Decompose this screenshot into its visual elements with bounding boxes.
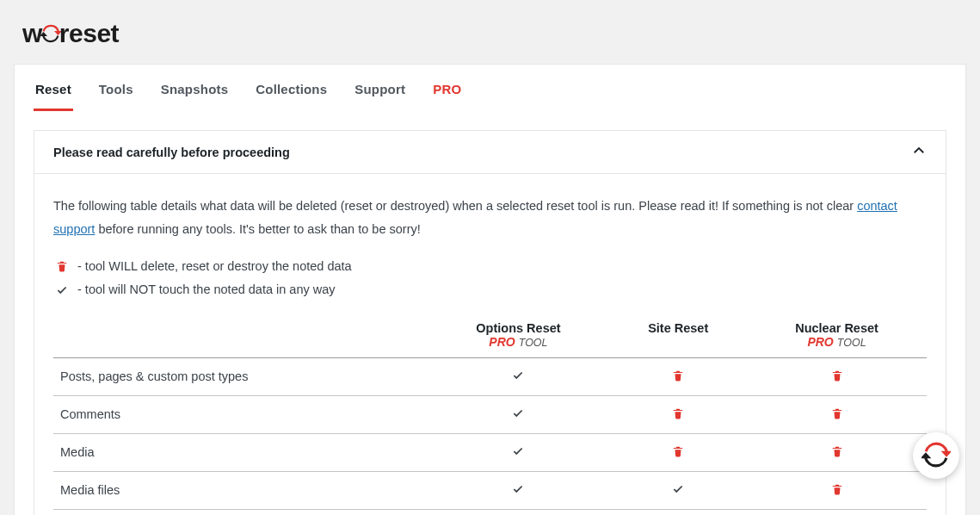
- legend-delete-text: - tool WILL delete, reset or destroy the…: [77, 255, 352, 279]
- row-label: Comments: [53, 395, 428, 433]
- trash-icon: [747, 471, 927, 509]
- tab-bar: ResetToolsSnapshotsCollectionsSupportPRO: [15, 65, 965, 111]
- column-header: Site Reset: [609, 311, 747, 358]
- check-icon: [428, 395, 610, 433]
- comparison-table: Options ResetPRO TOOLSite ResetNuclear R…: [53, 311, 927, 510]
- tab-snapshots[interactable]: Snapshots: [159, 71, 230, 111]
- tab-reset[interactable]: Reset: [34, 71, 73, 111]
- table-row: Media: [53, 433, 927, 471]
- column-header-feature: [53, 311, 428, 358]
- trash-icon: [747, 357, 927, 395]
- check-icon: [428, 433, 610, 471]
- table-row: Comments: [53, 395, 927, 433]
- check-icon: [609, 471, 747, 509]
- accordion-title: Please read carefully before proceeding: [53, 146, 290, 159]
- brand-logo: w reset: [9, 9, 971, 64]
- table-row: Media files: [53, 471, 927, 509]
- main-panel: ResetToolsSnapshotsCollectionsSupportPRO…: [14, 64, 966, 515]
- intro-post: before running any tools. It's better to…: [95, 222, 420, 236]
- column-header: Options ResetPRO TOOL: [428, 311, 610, 358]
- help-fab[interactable]: [913, 432, 959, 479]
- table-row: Posts, pages & custom post types: [53, 357, 927, 395]
- check-icon: [428, 471, 610, 509]
- warning-accordion: Please read carefully before proceeding …: [34, 130, 946, 515]
- legend: - tool WILL delete, reset or destroy the…: [53, 255, 927, 302]
- tab-tools[interactable]: Tools: [97, 71, 135, 111]
- trash-icon: [609, 357, 747, 395]
- tab-pro[interactable]: PRO: [431, 71, 463, 111]
- trash-icon: [747, 395, 927, 433]
- legend-keep-text: - tool will NOT touch the noted data in …: [77, 278, 336, 302]
- column-header: Nuclear ResetPRO TOOL: [747, 311, 927, 358]
- check-icon: [428, 357, 610, 395]
- accordion-body: The following table details what data wi…: [34, 174, 946, 515]
- trash-icon: [747, 433, 927, 471]
- accordion-toggle[interactable]: Please read carefully before proceeding: [34, 131, 946, 174]
- brand-post: reset: [59, 19, 119, 48]
- check-icon: [53, 284, 71, 296]
- intro-paragraph: The following table details what data wi…: [53, 195, 927, 241]
- trash-icon: [609, 395, 747, 433]
- trash-icon: [609, 433, 747, 471]
- tab-support[interactable]: Support: [353, 71, 407, 111]
- chevron-up-icon: [911, 143, 927, 161]
- row-label: Posts, pages & custom post types: [53, 357, 428, 395]
- refresh-icon: [40, 23, 61, 44]
- intro-pre: The following table details what data wi…: [53, 199, 857, 213]
- trash-icon: [53, 260, 71, 272]
- tab-collections[interactable]: Collections: [254, 71, 329, 111]
- brand-pre: w: [22, 19, 42, 48]
- row-label: Media files: [53, 471, 428, 509]
- row-label: Media: [53, 433, 428, 471]
- refresh-icon: [921, 440, 951, 472]
